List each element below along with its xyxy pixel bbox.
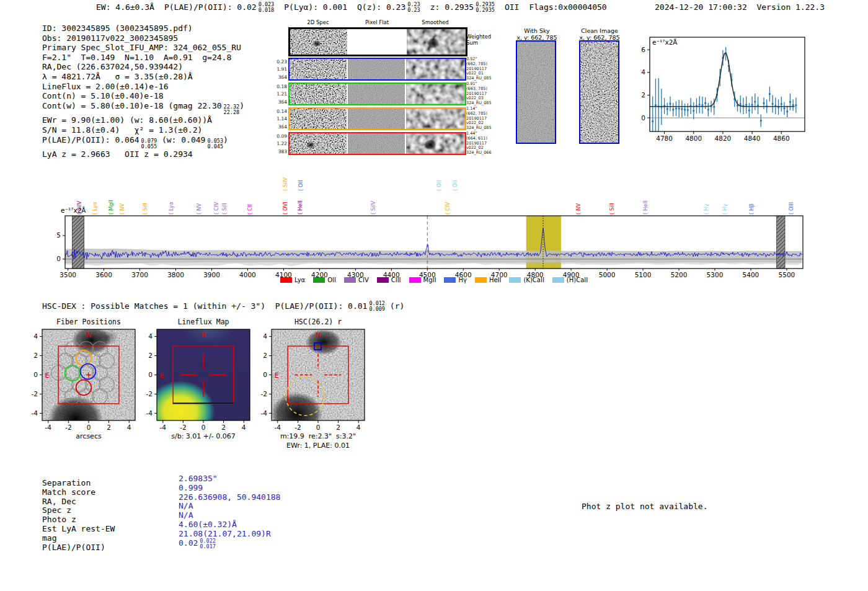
svg-text:3600: 3600 <box>95 271 112 278</box>
source-blob-smoothed <box>407 29 466 55</box>
legend-item-6: HeII <box>475 277 502 283</box>
svg-text:4780: 4780 <box>656 135 673 142</box>
match-label-0: Separation <box>42 479 115 488</box>
panel-smoothed <box>406 84 465 104</box>
info-line-contw: Cont(w) = 5.80(±0.10)e-18 (gmag 22.3022.… <box>42 101 244 116</box>
svg-text:4: 4 <box>641 68 645 76</box>
panel-pixel-flat <box>348 29 405 55</box>
fiber-row-1-id: 0.91"(663, 785)20190117v022_03324_RU_085 <box>466 82 492 106</box>
legend-swatch-1 <box>313 277 325 283</box>
svg-text:N: N <box>316 331 321 339</box>
svg-text:0: 0 <box>148 371 153 378</box>
legend-label-8: (H)CaII <box>567 277 588 283</box>
match-label-1: Match score <box>42 488 115 497</box>
svg-text:4: 4 <box>263 332 267 340</box>
plae-w-uncertainty: 0.0530.045 <box>207 138 223 150</box>
svg-text:-4: -4 <box>45 424 52 431</box>
legend-item-3: CIII <box>377 277 401 283</box>
legend-swatch-4 <box>409 277 421 283</box>
legend-item-4: MgII <box>409 277 436 283</box>
photz-note: Phot z plot not available. <box>582 502 708 511</box>
match-value-0: 2.69835" <box>179 474 280 484</box>
svg-text:2: 2 <box>263 352 267 359</box>
svg-text:-4: -4 <box>261 409 268 417</box>
fiber-cutout-row-3 <box>288 132 466 155</box>
info-line-1: Obs: 20190117v022_3002345895 <box>42 33 244 43</box>
svg-text:-2: -2 <box>261 390 267 398</box>
match-value-5: 4.60(±0.32)Å <box>179 520 280 530</box>
svg-text:-2: -2 <box>146 390 153 398</box>
svg-text:N: N <box>201 331 206 339</box>
svg-text:5200: 5200 <box>671 271 688 278</box>
header-stat-4-uncertainty: 0.29350.2935 <box>476 2 495 14</box>
svg-text:4860: 4860 <box>773 135 790 142</box>
match-value-2: 226.636908, 50.940188 <box>179 493 280 502</box>
header-stat-5: OII <box>505 2 519 12</box>
hsc-plae-uncertainty: 0.0120.009 <box>369 301 385 313</box>
svg-text:-2: -2 <box>294 424 301 431</box>
info-line-z: LyA z = 2.9663 OII z = 0.2934 <box>42 149 244 159</box>
fiber-row-0-weights: 0.231.91364 <box>272 58 287 81</box>
svg-text:4: 4 <box>356 424 361 431</box>
svg-text:3900: 3900 <box>203 271 220 278</box>
line-fit-plot: 024647804800482048404860e⁻¹⁷x2Å <box>632 29 818 153</box>
info-line-6: LineFlux = 2.00(±0.14)e-16 <box>42 82 244 92</box>
match-table-labels: SeparationMatch scoreRA, DecSpec zPhoto … <box>42 479 115 552</box>
match-label-5: Est LyA rest-EW <box>42 525 115 534</box>
legend-label-3: CIII <box>391 277 401 283</box>
info-line-2: Primary Spec_Slot_IFU_AMP: 324_062_055_R… <box>42 43 244 53</box>
svg-text:4: 4 <box>33 332 38 340</box>
svg-text:-4: -4 <box>32 409 38 417</box>
svg-text:-4: -4 <box>160 424 167 431</box>
legend-swatch-2 <box>344 277 356 283</box>
match-value-3: N/A <box>179 502 280 511</box>
fiber-row-2-id: 1.14"(662, 785)20190117v022_02324_RU_085 <box>466 107 492 131</box>
info-line-plae: P(LAE)/P(OII): 0.0640.0790.055 (w: 0.049… <box>42 135 244 150</box>
gmag-uncertainty: 22.3222.28 <box>224 104 240 116</box>
match-value-7: 0.020.0220.017 <box>179 539 280 550</box>
svg-text:-2: -2 <box>180 424 186 431</box>
fiber-row-3-id: 1.44"(664, 611)20190117v022_02324_RU_066 <box>466 131 492 156</box>
legend-swatch-3 <box>377 277 389 283</box>
svg-text:-2: -2 <box>65 424 71 431</box>
svg-text:5300: 5300 <box>707 271 724 278</box>
header-stat-4: z: 0.29350.29350.2935 <box>430 2 495 14</box>
fiber-row-3-weights: 0.091.22383 <box>272 133 287 156</box>
line-label-oii-17: ( OII <box>452 180 458 191</box>
svg-text:0: 0 <box>641 114 645 122</box>
panel-smoothed <box>406 109 465 129</box>
legend-label-6: HeII <box>489 277 502 283</box>
svg-text:-4: -4 <box>275 424 281 431</box>
fiber-xlabel: arcsecs <box>76 432 101 440</box>
match-value-7-uncertainty: 0.0220.017 <box>200 538 216 550</box>
timestamp-gap <box>747 2 757 12</box>
header-stat-0: EW: 4.6±0.3Å <box>96 2 154 12</box>
source-blob <box>290 133 347 154</box>
info-line-ewr: EWr = 9.90(±1.00) (w: 8.60(±0.60))Å <box>42 115 244 125</box>
timestamp: 2024-12-20 17:00:32 <box>655 2 747 12</box>
legend-item-8: (H)CaII <box>552 277 588 283</box>
fiber-cutout-row-2 <box>288 107 466 130</box>
panel-smoothed <box>407 29 466 55</box>
header-stat-1-uncertainty: 0.0230.018 <box>259 2 275 14</box>
panel-smoothed <box>406 133 465 154</box>
header-stat-3-uncertainty: 0.230.23 <box>407 2 420 14</box>
cutout-col-header-0: 2D Spec <box>307 19 329 25</box>
svg-text:2: 2 <box>107 424 111 431</box>
info-line-5: λ = 4821.72Å σ = 3.35(±0.28)Å <box>42 72 244 82</box>
legend-item-5: Hγ <box>444 277 466 283</box>
plae-uncertainty: 0.0790.055 <box>141 138 157 150</box>
detection-info-block: ID: 3002345895 (3002345895.pdf)Obs: 2019… <box>42 24 244 159</box>
fiber-cutout-row-1 <box>288 82 466 105</box>
hsc-summary-text: HSC-DEX : Possible Matches = 1 (within +… <box>42 301 367 313</box>
fiber-row-0-id: 0.52"(662, 785)20190117v022_01324_RU_085 <box>466 57 492 81</box>
legend-swatch-0 <box>280 277 292 283</box>
svg-text:6: 6 <box>641 46 645 53</box>
panel-2dspec <box>290 109 347 129</box>
svg-text:5100: 5100 <box>635 271 652 278</box>
clean-image-title: Clean Image <box>581 27 618 34</box>
panel-2dspec <box>290 29 347 55</box>
legend-label-0: Lyα <box>294 277 305 283</box>
hsc-xlabel2: EWr: 1, PLAE: 0.01 <box>286 442 350 450</box>
spectrum-legend: LyαOIICIVCIIIMgIIHγHeII(K)CaII(H)CaII <box>280 277 588 283</box>
